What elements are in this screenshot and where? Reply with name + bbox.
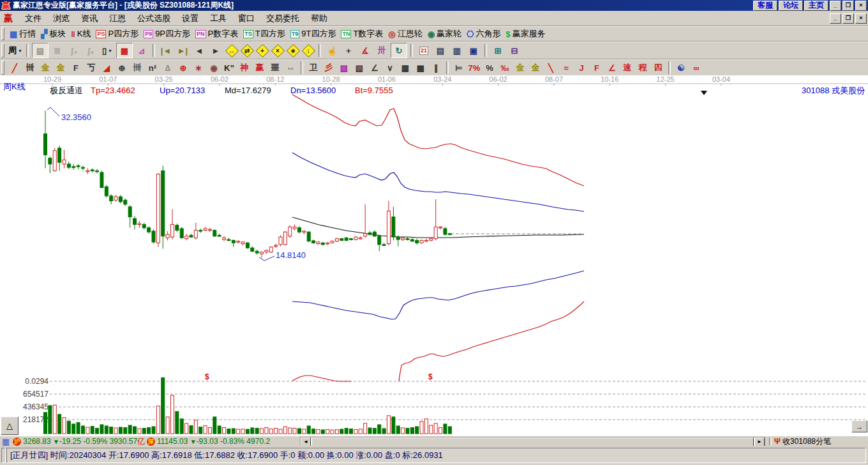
yinyang-tool[interactable]: ☯ — [674, 61, 688, 74]
cycle-tool-button[interactable]: ↻ — [391, 43, 407, 58]
menu-item-资讯[interactable]: 资讯 — [75, 12, 103, 24]
export-button[interactable]: ⊞ — [490, 43, 505, 57]
compress-h-button[interactable]: ↔ — [225, 43, 239, 57]
ying-grid-tool[interactable]: 赢 — [253, 61, 267, 74]
volume-filter-button[interactable]: △ — [1, 416, 19, 435]
minimize-button[interactable]: _ — [830, 1, 841, 11]
gold-split-tool[interactable]: 金 — [528, 61, 542, 74]
expand-h-button[interactable]: ⇄ — [240, 43, 254, 57]
wave-tool[interactable]: ≈ — [559, 61, 573, 74]
gold-angle-tool[interactable]: ∠ — [605, 61, 619, 74]
expand-all-button[interactable]: + — [255, 43, 269, 57]
candle-style-dropdown[interactable]: ▯▼ — [100, 43, 115, 57]
ma3-button[interactable]: ʃ₃ — [66, 43, 82, 57]
t-square-button[interactable]: TST四方形 — [241, 27, 287, 40]
memo-button[interactable]: ▥ — [449, 43, 465, 57]
hexagon-button[interactable]: ⎔六角形 — [464, 27, 503, 40]
circle-star-tool[interactable]: ∗ — [191, 61, 206, 74]
grid-tool[interactable]: 卌 — [23, 61, 37, 74]
si-line-tool[interactable]: 四 — [651, 61, 665, 74]
fan-box-tool[interactable]: ▨ — [337, 61, 351, 74]
menu-item-江恩[interactable]: 江恩 — [103, 12, 131, 24]
angle-lines-tool[interactable]: ∠ — [368, 61, 382, 74]
close-button[interactable]: × — [855, 1, 867, 11]
mdi-restore-button[interactable]: ❐ — [842, 13, 854, 24]
ink-brush-tool[interactable]: ╲ — [544, 61, 558, 74]
snapshot-button[interactable]: ▨ — [32, 43, 49, 58]
width-arrow-tool[interactable]: ⇔ — [283, 61, 297, 74]
t-table-button[interactable]: TNT数字表 — [338, 27, 385, 40]
last-page-button[interactable]: ►| — [175, 43, 190, 57]
menu-item-交易委托[interactable]: 交易委托 — [260, 12, 305, 24]
service-link-button[interactable]: 客服 — [753, 1, 777, 11]
quote-grid-icon[interactable]: ▦ — [2, 437, 10, 446]
forum-link-button[interactable]: 论坛 — [779, 1, 803, 11]
hand-tool-button[interactable]: ☝ — [324, 43, 340, 57]
scrollbar-thumb[interactable] — [311, 438, 754, 446]
home-link-button[interactable]: 主页 — [804, 1, 828, 11]
pct-tool[interactable]: % — [483, 61, 497, 74]
brush-tool[interactable]: ╱ — [8, 61, 22, 74]
n2-tool[interactable]: n² — [146, 61, 160, 74]
save-button[interactable]: ▣ — [466, 43, 481, 57]
f-grid-tool[interactable]: F — [69, 61, 83, 74]
p-table-button[interactable]: PNP数字表 — [193, 27, 241, 40]
sectors-button[interactable]: ▞板块 — [38, 27, 68, 40]
fan-lines-tool[interactable]: 彡 — [322, 61, 336, 74]
j-angle-tool[interactable]: J — [574, 61, 588, 74]
winner-service-button[interactable]: $赢家服务 — [503, 27, 548, 40]
circle-web-tool[interactable]: ◉ — [207, 61, 221, 74]
winner-wheel-button[interactable]: ◉赢家轮 — [425, 27, 464, 40]
calendar-button[interactable]: 21 — [416, 43, 431, 57]
box-channel-tool[interactable]: 卫 — [306, 61, 320, 74]
p-square-button[interactable]: PSP四方形 — [93, 27, 141, 40]
gold-grid2-tool[interactable]: 金 — [54, 61, 68, 74]
menu-item-公式选股[interactable]: 公式选股 — [131, 12, 176, 24]
clipboard-button[interactable]: ≣ — [50, 43, 65, 57]
circle-cross-tool[interactable]: ⊕ — [176, 61, 190, 74]
angle-tool-button[interactable]: ∡ — [357, 43, 373, 57]
zoom-in-button[interactable]: ∗ — [286, 43, 300, 57]
small-grid-tool[interactable]: 卌 — [130, 61, 144, 74]
kline-button[interactable]: ǁK线 — [68, 27, 93, 40]
9t-square-button[interactable]: T99T四方形 — [288, 27, 339, 40]
k-quote-tool[interactable]: K” — [222, 61, 236, 74]
menu-item-浏览[interactable]: 浏览 — [47, 12, 75, 24]
zoom-out-button[interactable]: ↕ — [301, 43, 315, 57]
cheng-line-tool[interactable]: 程 — [636, 61, 650, 74]
gold-circle-tool[interactable]: 金 — [513, 61, 527, 74]
calculator-button[interactable]: ▤ — [433, 43, 448, 57]
menu-item-窗口[interactable]: 窗口 — [232, 12, 260, 24]
menu-item-帮助[interactable]: 帮助 — [305, 12, 333, 24]
gann-marker-button[interactable]: ▩ — [116, 43, 133, 58]
period-dropdown[interactable]: 周▼ — [8, 43, 23, 57]
speed-line-tool[interactable]: 速 — [620, 61, 634, 74]
gann-wheel-button[interactable]: ◎江恩轮 — [385, 27, 424, 40]
prev-bar-button[interactable]: ◄ — [191, 43, 207, 57]
v-lines-tool[interactable]: ∨ — [383, 61, 397, 74]
quotes-button[interactable]: ▦行情 — [7, 27, 38, 40]
pct7-tool[interactable]: 7% — [467, 61, 481, 74]
infinity-tool[interactable]: ∞ — [689, 61, 703, 74]
shen-grid-tool[interactable]: 神 — [237, 61, 251, 74]
brush-grid-tool[interactable]: ◢ — [100, 61, 114, 74]
price-grid-tool[interactable]: ▦ — [398, 61, 412, 74]
compress-all-button[interactable]: × — [271, 43, 285, 57]
mirror-angle-tool[interactable]: ∆ — [161, 61, 175, 74]
scroll-left-button[interactable]: ◄ — [301, 438, 311, 446]
transfer-button[interactable]: ⊟ — [507, 43, 522, 57]
fan-box2-tool[interactable]: ▧ — [352, 61, 366, 74]
first-page-button[interactable]: |◄ — [158, 43, 174, 57]
pct-circle-tool[interactable]: ‰ — [498, 61, 512, 74]
restore-button[interactable]: ❐ — [842, 1, 854, 11]
next-bar-button[interactable]: ► — [208, 43, 223, 57]
scroll-right-button[interactable]: ► — [754, 438, 765, 446]
candlestick-chart[interactable]: 10-2901-0703-2506-0208-1210-2801-0603-24… — [0, 75, 868, 436]
hook-grid-tool[interactable]: 丂 — [84, 61, 98, 74]
crosshair-tool-button[interactable]: + — [341, 43, 356, 57]
band-tool-button[interactable]: 卅 — [374, 43, 389, 57]
menu-item-文件[interactable]: 文件 — [19, 12, 47, 24]
f-angle-tool[interactable]: F — [590, 61, 604, 74]
9p-square-button[interactable]: P99P四方形 — [141, 27, 193, 40]
menu-item-工具[interactable]: 工具 — [204, 12, 232, 24]
